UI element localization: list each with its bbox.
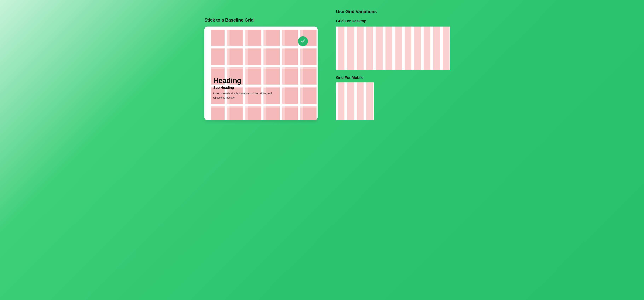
design-canvas: Stick to a Baseline Grid [182, 0, 462, 131]
label-grid-mobile: Grid For Mobile [336, 75, 364, 80]
desktop-grid-col [366, 26, 373, 70]
desktop-grid-col [395, 26, 402, 70]
desktop-grid-col [404, 26, 411, 70]
section-title-baseline-grid: Stick to a Baseline Grid [204, 17, 254, 23]
desktop-grid-col [433, 26, 440, 70]
card-body-text: Lorem Ipsum is simply dummy text of the … [213, 92, 277, 100]
card-text-block: Heading Sub Heading Lorem Ipsum is simpl… [213, 76, 309, 100]
desktop-grid-col [357, 26, 364, 70]
baseline-grid-card: Heading Sub Heading Lorem Ipsum is simpl… [204, 26, 318, 120]
desktop-grid-col [376, 26, 383, 70]
label-grid-desktop: Grid For Desktop [336, 19, 366, 23]
card-subheading: Sub Heading [213, 86, 309, 90]
mobile-grid-col [338, 82, 344, 120]
mobile-grid-col [357, 82, 364, 120]
mobile-grid-col [366, 82, 373, 120]
desktop-grid-col [338, 26, 344, 70]
desktop-grid-col [424, 26, 430, 70]
desktop-grid-col [414, 26, 421, 70]
desktop-grid-col [386, 26, 392, 70]
success-badge [298, 36, 308, 46]
section-title-grid-variations: Use Grid Variations [336, 9, 377, 14]
card-heading: Heading [213, 76, 309, 85]
desktop-grid-col [347, 26, 354, 70]
mobile-grid-col [347, 82, 354, 120]
desktop-grid-col [443, 26, 450, 70]
checkmark-icon [300, 38, 306, 44]
desktop-grid-preview [336, 26, 450, 70]
mobile-grid-preview [336, 82, 374, 120]
